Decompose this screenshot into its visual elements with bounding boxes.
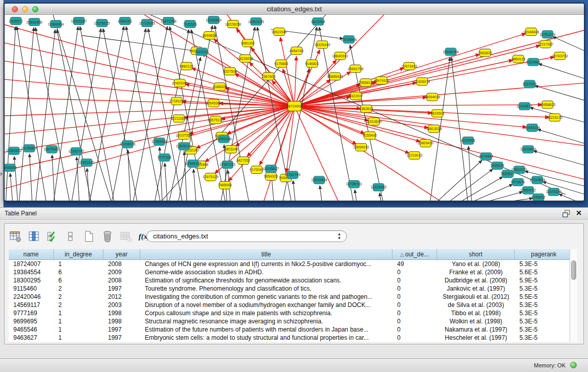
network-node[interactable]: 16782759 [285,171,300,179]
column-header-name[interactable]: name [9,249,54,259]
scrollbar-thumb[interactable] [571,260,576,280]
network-node[interactable]: 8813054 [311,18,325,26]
network-node[interactable]: 18640910 [332,52,348,60]
network-node[interactable]: 16033809 [206,16,222,24]
network-node[interactable]: 7485063 [218,181,232,189]
network-node[interactable]: 18671358 [161,17,177,25]
network-node[interactable]: 14569117 [185,160,201,167]
network-node[interactable]: 9227343 [522,80,536,88]
network-node[interactable]: 1362615 [359,105,373,113]
network-node[interactable]: 9465546 [5,164,17,171]
network-node[interactable]: 12426078 [414,78,430,85]
network-node[interactable]: 13350612 [6,147,21,155]
table-row[interactable]: 2242004622012Investigating the contribut… [9,293,577,301]
table-row[interactable]: 946554611997Estimation of the future num… [9,325,577,334]
network-node[interactable]: 16210643 [520,145,536,153]
network-node[interactable]: 16961758 [347,65,363,73]
network-node[interactable]: 20609410 [418,139,433,147]
float-panel-icon[interactable] [562,210,571,217]
network-node[interactable]: 16648784 [443,48,459,56]
network-node[interactable]: 2803144 [224,145,238,153]
network-node[interactable]: 12093872 [516,102,532,110]
vertical-scrollbar[interactable] [570,249,577,342]
network-node[interactable]: 9327508 [223,68,237,75]
network-node[interactable]: 12975125 [203,173,219,181]
network-canvas[interactable]: 1872400719226058932750881863281054338219… [5,15,584,201]
network-node[interactable]: 11675334 [546,188,562,195]
network-node[interactable]: 18107554 [176,132,192,139]
network-node[interactable]: 7632621 [500,170,514,178]
network-node[interactable]: 19611540 [271,28,287,36]
network-node[interactable]: 12217987 [537,40,553,48]
column-header-in_degree[interactable]: in_degree [54,249,103,259]
network-node[interactable]: 12342757 [69,147,84,155]
network-node[interactable]: 16974102 [374,77,389,84]
table-row[interactable]: 946362711997Embryonic stem cells: a mode… [9,334,577,342]
collapsed-side-panel[interactable] [0,0,4,207]
expand-panel-arrow-icon[interactable] [1,172,3,176]
network-node[interactable]: 12329463 [371,183,386,191]
table-row[interactable]: 1456911722003Disruption of a novel membe… [9,301,577,309]
network-node[interactable]: 18300295 [248,18,264,26]
network-node[interactable]: 9777169 [158,154,171,161]
network-node[interactable]: 10973493 [401,62,417,70]
network-node[interactable]: 10654112 [520,186,536,194]
network-node[interactable]: 8427552 [236,157,250,164]
table-selector-dropdown[interactable]: citations_edges.txt ▲▼ [146,230,347,242]
network-node[interactable]: 16736783 [346,180,362,188]
network-node[interactable]: 9081302 [241,39,255,47]
network-node[interactable]: 19226058 [237,55,253,62]
column-header-title[interactable]: title [140,249,393,259]
network-node[interactable]: 11451910 [79,159,95,166]
network-node[interactable]: 16195817 [263,165,279,172]
network-node[interactable]: 12219013 [406,151,422,159]
network-node[interactable]: 16216170 [547,114,562,121]
network-node[interactable]: 19218596 [341,36,357,43]
network-node[interactable]: 7515526 [183,20,197,28]
network-node[interactable]: 8322037 [349,92,363,100]
network-node[interactable]: 8466160 [118,17,132,25]
column-select-icon[interactable] [26,229,41,244]
network-node[interactable]: 15276025 [94,19,110,27]
table-row[interactable]: 969969511998Structural magnetic resonanc… [9,317,577,325]
network-node[interactable]: 18724007 [286,101,303,111]
network-node[interactable]: 9175685 [274,60,288,68]
select-all-icon[interactable] [45,229,60,244]
network-node[interactable]: 21156869 [21,144,37,152]
column-header-short[interactable]: short [437,249,515,259]
network-node[interactable]: 10543382 [206,99,222,107]
network-node[interactable]: 19743793 [552,52,568,60]
network-node[interactable]: 9474444 [479,152,493,160]
network-node[interactable]: 11514649 [366,118,382,125]
network-node[interactable]: 17359928 [151,138,167,145]
network-node[interactable]: 16859010 [353,143,369,151]
network-node[interactable]: 9860123 [180,62,193,70]
network-node[interactable]: 19575135 [208,116,224,124]
delete-table-icon[interactable] [118,229,134,244]
table-row[interactable]: 911546021997Tourette syndrome. Phenomeno… [9,285,577,293]
network-node[interactable]: 9146821 [305,60,319,68]
network-node[interactable]: 15751074 [539,31,555,38]
network-node[interactable]: 13505135 [176,142,192,150]
network-node[interactable]: 8186328 [213,83,227,91]
network-node[interactable]: 9170042 [250,166,264,173]
close-icon[interactable]: ✕ [576,209,582,217]
network-node[interactable]: 12923448 [311,176,327,184]
network-node[interactable]: 16975487 [44,145,60,153]
network-node[interactable]: 18094016 [424,93,440,101]
network-node[interactable]: 9329966 [526,58,540,66]
network-node[interactable]: 11548408 [524,28,539,36]
network-node[interactable]: 18325419 [314,41,330,49]
network-node[interactable]: 12444154 [524,124,540,132]
new-document-icon[interactable] [81,229,97,244]
network-node[interactable]: 17957253 [220,161,235,168]
network-node[interactable]: 2935114 [490,162,504,169]
network-node[interactable]: 8471676 [511,178,525,186]
network-node[interactable]: 20206576 [120,140,136,148]
network-node[interactable]: 8099654 [203,32,216,39]
network-node[interactable]: 17016504 [529,176,545,184]
network-node[interactable]: 18226058 [225,20,241,28]
column-header-year[interactable]: year [103,249,140,259]
column-header-out_de[interactable]: △out_de... [393,249,437,259]
selection-boxes-icon[interactable] [63,229,78,244]
